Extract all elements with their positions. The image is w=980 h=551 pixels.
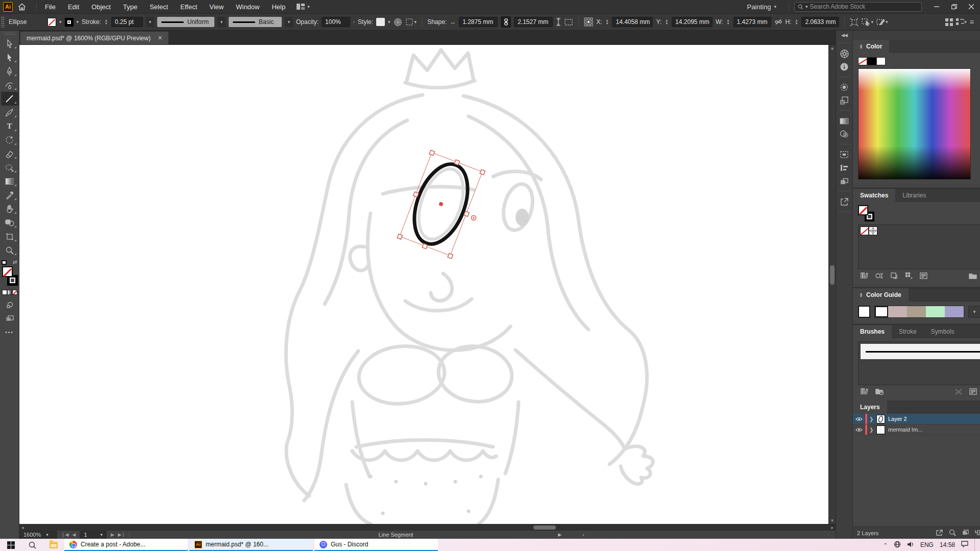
document-tab[interactable]: mermaid.psd* @ 1600% (RGB/GPU Preview) ✕ bbox=[20, 32, 168, 44]
w-field[interactable]: 1.4273 mm bbox=[733, 17, 771, 27]
h-field[interactable]: 2.0633 mm bbox=[801, 17, 839, 27]
menu-type[interactable]: Type bbox=[123, 3, 137, 11]
stroke-weight-field[interactable]: 0.25 pt bbox=[111, 17, 143, 27]
opacity-more-chevron[interactable]: › bbox=[353, 19, 355, 24]
dashed-circle-panel-icon[interactable] bbox=[836, 81, 852, 94]
opacity-field[interactable]: 100% bbox=[322, 17, 350, 27]
layer-row-mermaid-image[interactable]: ❯ mermaid Im... bbox=[853, 424, 980, 435]
export-panel-icon[interactable] bbox=[836, 195, 852, 208]
tab-color[interactable]: ▴▾ Color bbox=[853, 40, 889, 53]
swatch-list[interactable] bbox=[858, 224, 980, 269]
swatch-options-icon[interactable] bbox=[920, 272, 927, 281]
gradient-tool[interactable] bbox=[1, 174, 18, 188]
line-segment-tool[interactable] bbox=[1, 92, 18, 106]
show-desktop-button[interactable] bbox=[974, 539, 977, 551]
guide-base-color[interactable] bbox=[858, 306, 870, 318]
gripper[interactable] bbox=[838, 110, 850, 112]
menu-help[interactable]: Help bbox=[272, 3, 285, 11]
link-dimensions-icon[interactable] bbox=[501, 16, 511, 28]
black-swatch[interactable] bbox=[867, 57, 876, 65]
swatch-registration[interactable] bbox=[869, 227, 877, 235]
brush-options-icon[interactable] bbox=[969, 388, 977, 397]
color-mode-button[interactable] bbox=[2, 290, 7, 295]
new-color-group-icon[interactable] bbox=[969, 272, 977, 281]
clock[interactable]: 14:58 bbox=[940, 541, 955, 548]
select-similar-icon[interactable]: ▾ bbox=[862, 18, 873, 26]
illustrator-logo-icon[interactable]: Ai bbox=[3, 2, 13, 12]
menu-view[interactable]: View bbox=[209, 3, 224, 11]
add-from-library-icon[interactable] bbox=[890, 272, 898, 281]
lasso-tool[interactable] bbox=[1, 161, 18, 174]
rotate-tool[interactable] bbox=[1, 133, 18, 147]
gripper[interactable] bbox=[838, 76, 850, 78]
none-swatch[interactable] bbox=[858, 57, 867, 65]
layer-row-layer2[interactable]: ❯ Layer 2 bbox=[853, 414, 980, 424]
gripper[interactable] bbox=[838, 143, 850, 145]
edit-toolbar-button[interactable]: ••• bbox=[1, 325, 18, 339]
home-icon[interactable] bbox=[18, 3, 26, 11]
prev-artboard-button[interactable]: ◀ bbox=[72, 532, 76, 537]
last-artboard-button[interactable]: ▶❘ bbox=[118, 532, 125, 537]
workspace-switcher[interactable]: Painting▾ bbox=[747, 3, 776, 11]
select-similar-options-icon[interactable]: ▾ bbox=[405, 18, 417, 26]
color-themes-icon[interactable] bbox=[875, 272, 883, 281]
taskbar-search-icon[interactable] bbox=[21, 539, 43, 551]
menu-object[interactable]: Object bbox=[91, 3, 111, 11]
artboard-number-dropdown[interactable]: 1▾ bbox=[80, 531, 107, 539]
scroll-down-arrow[interactable]: ▼ bbox=[829, 518, 836, 523]
vertical-scrollbar[interactable]: ▲ ▼ bbox=[828, 45, 836, 524]
transform-expand-icon[interactable] bbox=[850, 18, 859, 27]
toolbar-gripper[interactable] bbox=[4, 32, 15, 35]
align-panel-icon[interactable] bbox=[836, 161, 852, 174]
minimize-button[interactable] bbox=[928, 0, 945, 13]
arrange-documents-button[interactable]: ▾ bbox=[297, 4, 310, 10]
zoom-tool[interactable] bbox=[1, 243, 18, 257]
pen-tool[interactable] bbox=[1, 64, 18, 78]
x-stepper[interactable]: ▲▼ bbox=[606, 19, 609, 25]
canvas[interactable] bbox=[19, 45, 828, 524]
scroll-right-arrow[interactable]: ▸ bbox=[831, 524, 834, 531]
tab-libraries[interactable]: Libraries bbox=[895, 189, 933, 202]
brush-definition-dropdown[interactable]: Basic bbox=[229, 17, 282, 27]
make-clipping-mask-icon[interactable] bbox=[962, 529, 969, 537]
style-chevron[interactable]: ▾ bbox=[388, 19, 390, 24]
tab-color-guide[interactable]: ▴▾ Color Guide bbox=[853, 288, 909, 302]
gradient-panel-icon[interactable] bbox=[836, 114, 852, 128]
visibility-eye-icon[interactable] bbox=[853, 424, 865, 435]
gripper[interactable] bbox=[838, 190, 850, 192]
hand-tool[interactable] bbox=[1, 202, 18, 216]
expand-layer-chevron[interactable]: ❯ bbox=[869, 416, 876, 422]
y-field[interactable]: 14.2095 mm bbox=[672, 17, 713, 27]
taskbar-app-chrome[interactable]: Create a post - Adobe... bbox=[64, 539, 188, 551]
menu-select[interactable]: Select bbox=[150, 3, 168, 11]
w-stepper[interactable]: ▲▼ bbox=[727, 19, 730, 25]
collapse-dock-icon[interactable]: ◀◀ bbox=[836, 31, 852, 40]
fill-proxy-none[interactable] bbox=[2, 266, 13, 277]
shape-width-field[interactable]: 1.2875 mm bbox=[459, 17, 498, 27]
stroke-stepper[interactable]: ▲▼ bbox=[105, 19, 108, 25]
align-icon[interactable] bbox=[945, 18, 953, 26]
language-indicator[interactable]: ENG bbox=[920, 541, 934, 548]
color-spectrum[interactable] bbox=[858, 68, 971, 180]
action-center-icon[interactable] bbox=[961, 541, 968, 549]
collect-for-export-icon[interactable] bbox=[936, 529, 943, 537]
hidden-icons-chevron[interactable]: ⌃ bbox=[884, 542, 888, 548]
horizontal-scroll-thumb[interactable] bbox=[533, 525, 556, 530]
gripper[interactable] bbox=[838, 42, 850, 44]
menu-file[interactable]: File bbox=[45, 3, 56, 11]
menu-edit[interactable]: Edit bbox=[68, 3, 79, 11]
guide-variations-dropdown[interactable]: ▾ bbox=[968, 306, 980, 318]
recolor-artwork-icon[interactable] bbox=[394, 18, 402, 27]
vertical-scroll-thumb[interactable] bbox=[830, 265, 835, 285]
gripper[interactable] bbox=[1, 16, 5, 28]
current-tool-indicator[interactable]: Line Segment bbox=[379, 532, 413, 538]
taskbar-app-discord[interactable]: ᗜ Gus - Discord bbox=[314, 539, 438, 551]
style-swatch[interactable] bbox=[376, 18, 385, 26]
file-explorer-icon[interactable] bbox=[43, 539, 64, 551]
expand-dock-icon[interactable]: ▶▶ bbox=[853, 31, 980, 40]
tab-swatches[interactable]: Swatches bbox=[853, 189, 895, 202]
volume-icon[interactable] bbox=[907, 541, 914, 549]
expand-layer-chevron[interactable]: ❯ bbox=[869, 427, 876, 433]
zoom-level-dropdown[interactable]: 1600%▾ bbox=[19, 531, 57, 539]
document-arrangement-icon[interactable]: ▾ bbox=[956, 18, 967, 26]
